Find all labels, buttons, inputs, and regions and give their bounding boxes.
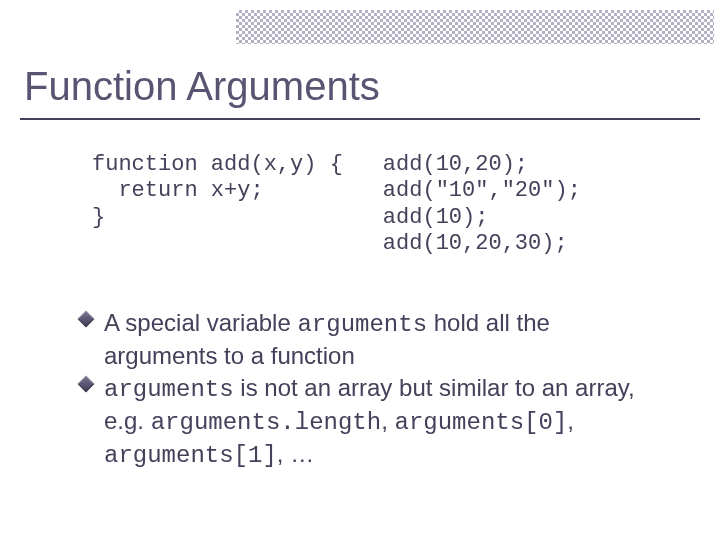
bullet-text: A special variable	[104, 309, 297, 336]
inline-code: arguments[1]	[104, 442, 277, 469]
bullet-text: ,	[381, 407, 394, 434]
inline-code: arguments	[104, 376, 234, 403]
code-row: function add(x,y) { return x+y; } add(10…	[92, 152, 680, 258]
inline-code: arguments[0]	[394, 409, 567, 436]
slide-title: Function Arguments	[24, 64, 380, 109]
bullet-list: A special variable arguments hold all th…	[80, 308, 660, 474]
inline-code: arguments.length	[151, 409, 381, 436]
inline-code: arguments	[297, 311, 427, 338]
code-calls: add(10,20); add("10","20"); add(10); add…	[383, 152, 581, 258]
code-definition: function add(x,y) { return x+y; }	[92, 152, 343, 258]
bullet-item: A special variable arguments hold all th…	[80, 308, 660, 371]
bullet-text: ,	[567, 407, 574, 434]
slide: Function Arguments function add(x,y) { r…	[0, 0, 720, 540]
bullet-item: arguments is not an array but similar to…	[80, 373, 660, 471]
diamond-bullet-icon	[78, 311, 95, 328]
title-underline	[20, 118, 700, 120]
decorative-top-pattern	[236, 10, 714, 44]
bullet-text: , …	[277, 440, 314, 467]
diamond-bullet-icon	[78, 376, 95, 393]
